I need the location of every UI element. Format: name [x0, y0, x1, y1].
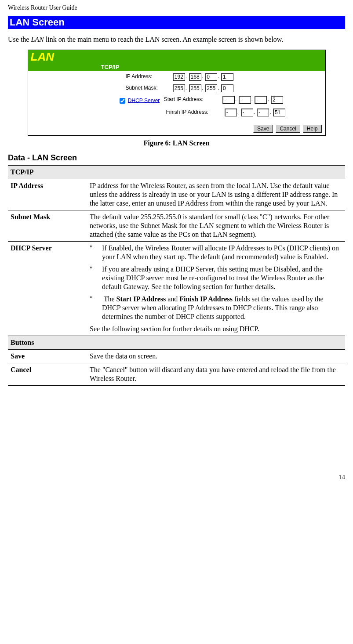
row-label-ip: IP Address — [8, 179, 87, 210]
button-row: Save Cancel Help — [28, 123, 325, 135]
finish-octet-3[interactable] — [257, 109, 269, 116]
intro-paragraph: Use the LAN link on the main menu to rea… — [8, 35, 345, 44]
subnet-octet-2[interactable] — [189, 84, 201, 92]
ip-dot-icon: . — [186, 85, 187, 91]
start-ip-row: DHCP Server Start IP Address: . . . — [126, 96, 322, 105]
row-text-dhcp: If Enabled, the Wireless Router will all… — [87, 241, 345, 336]
table-row-save: Save Save the data on screen. — [8, 349, 345, 363]
figure-caption: Figure 6: LAN Screen — [8, 139, 345, 147]
finish-ip-row: Finish IP Address: . . . — [126, 109, 322, 116]
figure-wrapper: LAN TCP/IP IP Address: . . . Subnet Mask… — [8, 50, 345, 136]
b3-bold1: Start IP Address — [116, 295, 166, 303]
ip-dot-icon: . — [254, 109, 255, 115]
row-label-dhcp: DHCP Server — [8, 241, 87, 336]
page-title: LAN Screen — [8, 16, 345, 29]
dhcp-server-link[interactable]: DHCP Server — [128, 97, 160, 103]
section-header-tcpip: TCP/IP — [8, 165, 345, 179]
dhcp-server-checkbox[interactable] — [120, 98, 125, 104]
lan-screenshot: LAN TCP/IP IP Address: . . . Subnet Mask… — [28, 50, 326, 136]
finish-octet-1[interactable] — [225, 109, 237, 116]
row-label-cancel: Cancel — [8, 363, 87, 385]
row-text-ip: IP address for the Wireless Router, as s… — [87, 179, 345, 210]
dhcp-bullet-2: If you are already using a DHCP Server, … — [90, 265, 342, 291]
section-label-tcpip: TCP/IP — [101, 64, 120, 70]
table-row-cancel: Cancel The "Cancel" button will discard … — [8, 363, 345, 385]
running-header: Wireless Router User Guide — [8, 4, 345, 11]
start-octet-4[interactable] — [271, 96, 283, 104]
dhcp-bullet-list: If Enabled, the Wireless Router will all… — [90, 244, 342, 321]
b3-pre: The — [104, 295, 116, 303]
row-text-subnet: The default value 255.255.255.0 is stand… — [87, 210, 345, 241]
ip-dot-icon: . — [186, 73, 187, 80]
ip-address-label: IP Address: — [126, 73, 171, 80]
start-octet-1[interactable] — [222, 96, 235, 104]
section-header-buttons: Buttons — [8, 336, 345, 349]
table-row-subnet: Subnet Mask The default value 255.255.25… — [8, 210, 345, 241]
ip-octet-2[interactable] — [189, 73, 201, 81]
ip-address-row: IP Address: . . . — [126, 73, 322, 81]
row-text-save: Save the data on screen. — [87, 349, 345, 363]
b3-bold2: Finish IP Address — [179, 295, 233, 303]
row-text-cancel: The "Cancel" button will discard any dat… — [87, 363, 345, 385]
subnet-label: Subnet Mask: — [126, 85, 171, 91]
page-number: 14 — [8, 474, 345, 481]
dhcp-tail: See the following section for further de… — [90, 325, 342, 333]
subnet-row: Subnet Mask: . . . — [126, 84, 322, 92]
ip-dot-icon: . — [218, 73, 219, 80]
ip-dot-icon: . — [237, 109, 239, 115]
ip-octet-3[interactable] — [205, 73, 217, 81]
b3-mid: and — [166, 295, 179, 303]
screenshot-header-bar: LAN TCP/IP — [28, 50, 325, 71]
intro-pre: Use the — [8, 36, 31, 43]
row-label-save: Save — [8, 349, 87, 363]
save-button[interactable]: Save — [253, 125, 273, 133]
dhcp-bullet-3: The Start IP Address and Finish IP Addre… — [90, 295, 342, 321]
ip-octet-1[interactable] — [173, 73, 185, 81]
section-row-tcpip: TCP/IP — [8, 165, 345, 179]
dhcp-bullet-1: If Enabled, the Wireless Router will all… — [90, 244, 342, 261]
finish-octet-4[interactable] — [273, 109, 285, 116]
row-label-subnet: Subnet Mask — [8, 210, 87, 241]
section-row-buttons: Buttons — [8, 336, 345, 349]
ip-dot-icon: . — [202, 85, 203, 91]
subnet-octet-1[interactable] — [173, 84, 185, 92]
ip-dot-icon: . — [269, 109, 271, 115]
panel-title: LAN — [31, 50, 54, 64]
ip-dot-icon: . — [235, 96, 237, 102]
start-ip-label: Start IP Address: — [164, 96, 221, 102]
start-octet-3[interactable] — [255, 96, 267, 104]
cancel-button[interactable]: Cancel — [276, 125, 300, 133]
dhcp-checkbox-wrap: DHCP Server — [118, 96, 160, 105]
data-table: TCP/IP IP Address IP address for the Wir… — [8, 165, 345, 386]
table-row-dhcp: DHCP Server If Enabled, the Wireless Rou… — [8, 241, 345, 336]
subnet-octet-4[interactable] — [221, 84, 233, 92]
ip-dot-icon: . — [218, 85, 219, 91]
ip-dot-icon: . — [251, 96, 253, 102]
start-octet-2[interactable] — [239, 96, 251, 104]
finish-ip-label: Finish IP Address: — [166, 109, 223, 115]
intro-post: link on the main menu to reach the LAN s… — [44, 36, 284, 43]
table-row-ip: IP Address IP address for the Wireless R… — [8, 179, 345, 210]
intro-link-word: LAN — [31, 36, 44, 43]
ip-octet-4[interactable] — [221, 73, 233, 81]
help-button[interactable]: Help — [303, 125, 322, 133]
form-body: IP Address: . . . Subnet Mask: . . . DHC… — [28, 71, 325, 123]
data-heading: Data - LAN Screen — [8, 153, 345, 163]
finish-octet-2[interactable] — [241, 109, 253, 116]
subnet-octet-3[interactable] — [205, 84, 217, 92]
ip-dot-icon: . — [267, 96, 269, 102]
ip-dot-icon: . — [202, 73, 203, 80]
